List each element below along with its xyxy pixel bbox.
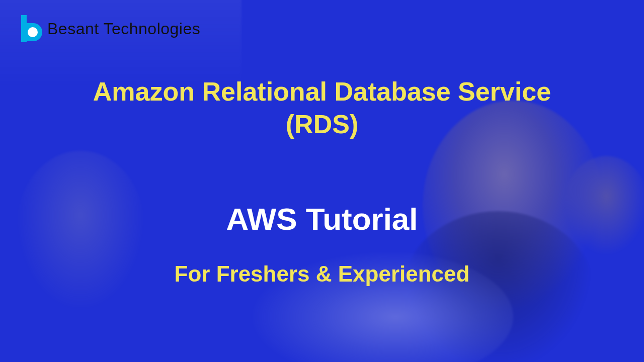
audience-line: For Freshers & Experienced	[0, 261, 644, 287]
main-title-line2: (RDS)	[0, 108, 644, 141]
subtitle: AWS Tutorial	[0, 201, 644, 237]
brand-logo: Besant Technologies	[20, 14, 200, 43]
main-title-line1: Amazon Relational Database Service	[0, 75, 644, 108]
svg-rect-0	[21, 15, 27, 42]
brand-logo-icon	[20, 14, 42, 43]
main-title: Amazon Relational Database Service (RDS)	[0, 75, 644, 141]
brand-name: Besant Technologies	[47, 20, 200, 38]
svg-point-1	[28, 27, 38, 37]
background-photo-overlay	[0, 0, 644, 362]
slide: Besant Technologies Amazon Relational Da…	[0, 0, 644, 362]
